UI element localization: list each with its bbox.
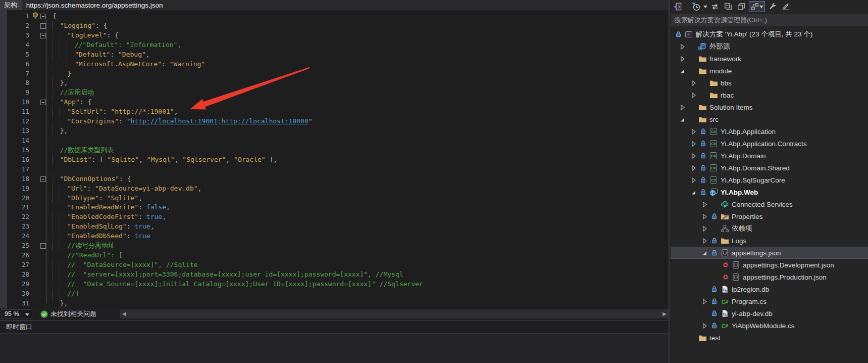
code-editor[interactable]: 1{2"Logging": {3"LogLevel": {4//"Default… (0, 10, 669, 308)
code-line[interactable]: 25//读写分离地址 (0, 241, 669, 251)
code-line[interactable]: 17 (0, 165, 669, 174)
tree-item[interactable]: C#Yi.Abp.SqlSugarCore (671, 174, 868, 186)
expander-open-icon[interactable] (688, 189, 698, 196)
tree-item[interactable]: Logs (671, 235, 868, 247)
lightbulb-icon[interactable] (31, 12, 39, 22)
expander-closed-icon[interactable] (688, 79, 698, 87)
code-line[interactable]: 9//应用启动 (0, 88, 669, 98)
code-line[interactable]: 19"Url": "DataSource=yi-abp-dev.db", (0, 184, 669, 194)
immediate-window-content[interactable] (0, 334, 669, 363)
expander-closed-icon[interactable] (677, 104, 687, 111)
code-line[interactable]: 23"EnabledSqlLog": true, (0, 222, 669, 232)
tree-item[interactable]: test (671, 332, 868, 344)
zoom-level-select[interactable]: 95 % (1, 309, 32, 319)
code-line[interactable]: 21"EnabledReadWrite": false, (0, 203, 669, 212)
code-line[interactable]: 13}, (0, 126, 669, 136)
immediate-window-title[interactable]: 即时窗口 (0, 321, 669, 334)
expander-closed-icon[interactable] (699, 237, 709, 245)
code-line[interactable]: 15//数据库类型列表 (0, 146, 669, 155)
code-line[interactable]: 12"CorsOrigins": "http://localhost:19001… (0, 117, 669, 126)
expander-closed-icon[interactable] (688, 92, 698, 99)
tree-item[interactable]: Connected Services (671, 198, 868, 210)
expander-open-icon[interactable] (677, 116, 687, 123)
code-line[interactable]: 18"DbConnOptions": { (0, 174, 669, 184)
expander-closed-icon[interactable] (699, 322, 709, 330)
code-line[interactable]: 4//"Default": "Information", (0, 40, 669, 50)
expander-closed-icon[interactable] (699, 201, 709, 208)
horizontal-scrollbar[interactable]: ◀ ▶ (120, 309, 669, 319)
fold-collapse-icon[interactable] (40, 243, 46, 249)
fold-collapse-icon[interactable] (40, 100, 46, 105)
tree-item[interactable]: ∞解决方案 'Yi.Abp' (23 个项目, 共 23 个) (671, 28, 868, 40)
fold-collapse-icon[interactable] (40, 23, 46, 29)
expander-closed-icon[interactable] (699, 213, 709, 220)
tree-item[interactable]: C#Yi.Abp.Application (671, 125, 868, 138)
sync-selection-toggle[interactable] (749, 1, 765, 12)
scroll-left-icon[interactable]: ◀ (120, 309, 128, 319)
code-line[interactable]: 16"DbList": [ "Sqlite", "Mysql", "Sqlser… (0, 155, 669, 165)
code-line[interactable]: 10"App": { (0, 98, 669, 107)
tree-item[interactable]: src (671, 113, 868, 125)
tree-item[interactable]: bbs (671, 77, 868, 89)
code-line[interactable]: 28// "server=[xxxx];port=3306;database=[… (0, 270, 669, 280)
tree-item[interactable]: Solution Items (671, 101, 868, 113)
code-line[interactable]: 5"Default": "Debug", (0, 50, 669, 60)
fold-collapse-icon[interactable] (40, 176, 46, 182)
code-line[interactable]: 27// "DataSource=[xxxx]", //Sqlite (0, 260, 669, 270)
tree-item[interactable]: {}appsettings.Production.json (671, 271, 868, 283)
tree-item[interactable]: C#Yi.Abp.Domain (671, 150, 868, 162)
sync-selection-caret[interactable] (759, 6, 763, 8)
expander-closed-icon[interactable] (688, 164, 698, 172)
code-line[interactable]: 22"EnabledCodeFirst": true, (0, 212, 669, 222)
tree-item[interactable]: C#Yi.Abp.Domain.Shared (671, 162, 868, 174)
tree-item[interactable]: rbac (671, 89, 868, 101)
code-line[interactable]: 30//] (0, 289, 669, 299)
schema-url-combobox[interactable]: https://json.schemastore.org/appsettings… (22, 0, 669, 10)
pending-changes-filter-icon[interactable] (690, 1, 701, 12)
tree-item[interactable]: 依赖项 (671, 222, 868, 235)
scroll-right-icon[interactable]: ▶ (660, 309, 669, 319)
switch-views-icon[interactable] (673, 1, 684, 12)
expander-open-icon[interactable] (677, 67, 687, 75)
tree-item[interactable]: C#YiAbpWebModule.cs (671, 320, 868, 332)
expander-closed-icon[interactable] (688, 176, 698, 184)
properties-wrench-icon[interactable] (767, 1, 778, 12)
tree-item[interactable]: Yi.Abp.Web (671, 186, 868, 198)
code-line[interactable]: 24"EnabledDbSeed": true (0, 232, 669, 241)
expander-closed-icon[interactable] (699, 225, 709, 233)
fold-collapse-icon[interactable] (40, 33, 46, 38)
code-line[interactable]: 14 (0, 136, 669, 146)
sync-with-active-document-icon[interactable] (709, 1, 721, 12)
expander-closed-icon[interactable] (688, 140, 698, 148)
collapse-all-icon[interactable] (723, 1, 734, 12)
tree-item[interactable]: ip2region.db (671, 283, 868, 295)
expander-closed-icon[interactable] (677, 55, 687, 63)
tree-item[interactable]: 外部源 (671, 40, 868, 53)
code-line[interactable]: 29// "Data Source=[xxxx];Initial Catalog… (0, 280, 669, 289)
tree-item[interactable]: {}appsettings.Development.json (671, 259, 868, 271)
tree-item[interactable]: {}appsettings.json (671, 247, 868, 259)
code-line[interactable]: 11"SelfUrl": "http://*:19001", (0, 107, 669, 117)
code-line[interactable]: 31}, (0, 299, 669, 308)
expander-closed-icon[interactable] (699, 298, 709, 305)
code-line[interactable]: 3"LogLevel": { (0, 31, 669, 40)
tree-item[interactable]: C#Program.cs (671, 295, 868, 307)
expander-open-icon[interactable] (699, 249, 709, 257)
tree-item[interactable]: yi-abp-dev.db (671, 307, 868, 320)
tree-item[interactable]: C#Yi.Abp.Application.Contracts (671, 138, 868, 150)
solution-explorer-search-input[interactable]: 搜索解决方案资源管理器(Ctrl+;) (671, 14, 868, 26)
expander-closed-icon[interactable] (688, 128, 698, 135)
filter-dropdown-caret[interactable] (703, 6, 707, 8)
expander-closed-icon[interactable] (677, 43, 687, 51)
tree-item[interactable]: Properties (671, 210, 868, 222)
code-line[interactable]: 7} (0, 69, 669, 79)
fold-collapse-icon[interactable] (40, 14, 46, 19)
code-line[interactable]: 26//"ReadUrl": [ (0, 251, 669, 260)
code-line[interactable]: 1{ (0, 12, 669, 21)
expander-closed-icon[interactable] (688, 152, 698, 160)
tree-item[interactable]: module (671, 65, 868, 77)
properties-pages-icon[interactable] (736, 1, 747, 12)
code-line[interactable]: 8}, (0, 78, 669, 88)
code-line[interactable]: 20"DbType": "Sqlite", (0, 194, 669, 203)
code-line[interactable]: 2"Logging": { (0, 21, 669, 31)
